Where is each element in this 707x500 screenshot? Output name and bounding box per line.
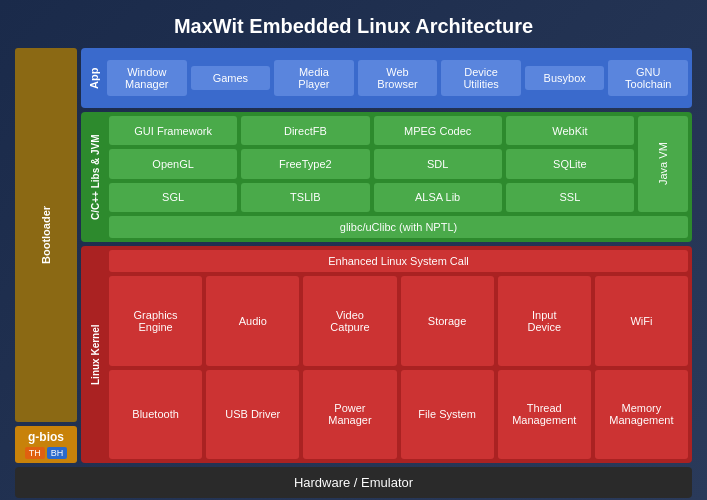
- graphics-engine-item: GraphicsEngine: [109, 276, 202, 366]
- wifi-item: WiFi: [595, 276, 688, 366]
- app-layer: App WindowManager Games MediaPlayer WebB…: [81, 48, 692, 108]
- usb-driver-item: USB Driver: [206, 370, 299, 460]
- device-utilities-item: DeviceUtilities: [441, 60, 521, 96]
- gbios-box: g-bios TH BH: [15, 426, 77, 463]
- ssl-item: SSL: [506, 183, 634, 212]
- kernel-row-2: Bluetooth USB Driver PowerManager File S…: [109, 370, 688, 460]
- layers-column: App WindowManager Games MediaPlayer WebB…: [81, 48, 692, 463]
- web-browser-item: WebBrowser: [358, 60, 438, 96]
- app-layer-label: App: [85, 52, 103, 104]
- kernel-row-1: GraphicsEngine Audio VideoCatpure Storag…: [109, 276, 688, 366]
- sdl-item: SDL: [374, 149, 502, 178]
- games-item: Games: [191, 66, 271, 90]
- mpeg-codec-item: MPEG Codec: [374, 116, 502, 145]
- gnu-toolchain-item: GNUToolchain: [608, 60, 688, 96]
- th-badge: TH: [25, 447, 45, 459]
- opengl-item: OpenGL: [109, 149, 237, 178]
- gui-framework-item: GUI Framework: [109, 116, 237, 145]
- main-container: MaxWit Embedded Linux Architecture Bootl…: [0, 0, 707, 500]
- bootloader-column: Bootloader g-bios TH BH: [15, 48, 77, 463]
- libs-content: GUI Framework DirectFB MPEG Codec WebKit…: [109, 116, 688, 238]
- bluetooth-item: Bluetooth: [109, 370, 202, 460]
- libs-layer-label: C/C++ Libs & JVM: [85, 116, 105, 238]
- glibc-bar: glibc/uClibc (with NPTL): [109, 216, 688, 238]
- media-player-item: MediaPlayer: [274, 60, 354, 96]
- libs-row-3: SGL TSLIB ALSA Lib SSL: [109, 183, 634, 212]
- enhanced-bar: Enhanced Linux System Call: [109, 250, 688, 272]
- memory-management-item: MemoryManagement: [595, 370, 688, 460]
- arch-body: Bootloader g-bios TH BH App WindowManage…: [15, 48, 692, 463]
- window-manager-item: WindowManager: [107, 60, 187, 96]
- kernel-layer-label: Linux Kernel: [85, 250, 105, 459]
- kernel-content: Enhanced Linux System Call GraphicsEngin…: [109, 250, 688, 459]
- hardware-bar: Hardware / Emulator: [15, 467, 692, 498]
- audio-item: Audio: [206, 276, 299, 366]
- kernel-layer: Linux Kernel Enhanced Linux System Call …: [81, 246, 692, 463]
- sqlite-item: SQLite: [506, 149, 634, 178]
- freetype2-item: FreeType2: [241, 149, 369, 178]
- video-capture-item: VideoCatpure: [303, 276, 396, 366]
- file-system-item: File System: [401, 370, 494, 460]
- input-device-item: InputDevice: [498, 276, 591, 366]
- bootloader-label: Bootloader: [15, 48, 77, 422]
- busybox-item: Busybox: [525, 66, 605, 90]
- bh-badge: BH: [47, 447, 68, 459]
- app-items: WindowManager Games MediaPlayer WebBrows…: [107, 52, 688, 104]
- page-title: MaxWit Embedded Linux Architecture: [15, 10, 692, 38]
- power-manager-item: PowerManager: [303, 370, 396, 460]
- gbios-title: g-bios: [28, 430, 64, 444]
- directfb-item: DirectFB: [241, 116, 369, 145]
- alsa-lib-item: ALSA Lib: [374, 183, 502, 212]
- storage-item: Storage: [401, 276, 494, 366]
- libs-row-2: OpenGL FreeType2 SDL SQLite: [109, 149, 634, 178]
- libs-rows: GUI Framework DirectFB MPEG Codec WebKit…: [109, 116, 634, 212]
- gbios-badges: TH BH: [25, 447, 68, 459]
- libs-with-jvm: GUI Framework DirectFB MPEG Codec WebKit…: [109, 116, 688, 212]
- sgl-item: SGL: [109, 183, 237, 212]
- webkit-item: WebKit: [506, 116, 634, 145]
- thread-management-item: ThreadManagement: [498, 370, 591, 460]
- libs-layer: C/C++ Libs & JVM GUI Framework DirectFB …: [81, 112, 692, 242]
- javavm-item: Java VM: [638, 116, 688, 212]
- libs-row-1: GUI Framework DirectFB MPEG Codec WebKit: [109, 116, 634, 145]
- tslib-item: TSLIB: [241, 183, 369, 212]
